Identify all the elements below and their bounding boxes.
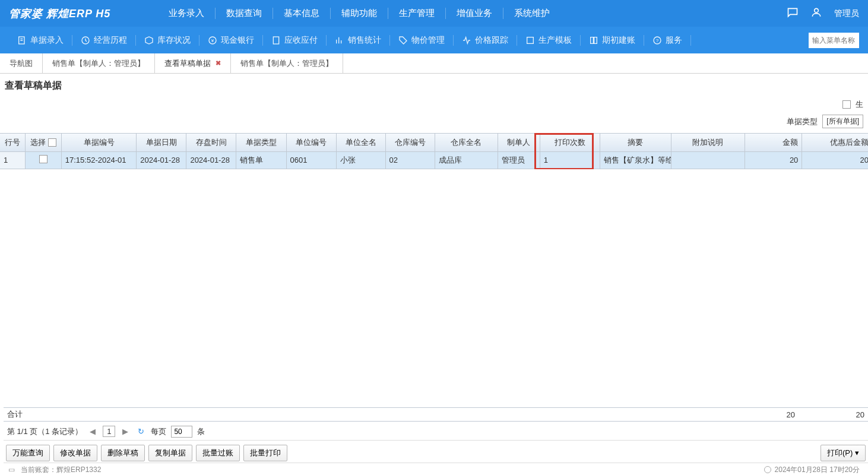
draft-table: 行号 选择 单据编号 单据日期 存盘时间 单据类型 单位编号 单位全名 仓库编号… xyxy=(0,133,868,169)
col-print[interactable]: 打印次数 xyxy=(540,134,600,151)
doc-icon xyxy=(17,36,27,45)
tb-cash[interactable]: ¥现金银行 xyxy=(199,35,263,46)
col-select[interactable]: 选择 xyxy=(26,134,62,151)
col-date[interactable]: 单据日期 xyxy=(137,134,186,151)
money-icon: ¥ xyxy=(208,36,217,45)
col-savedate[interactable]: 存盘时间 xyxy=(186,134,236,151)
tag-icon xyxy=(398,36,408,45)
tb-sales-stat[interactable]: 销售统计 xyxy=(327,35,390,46)
tab-draft-view[interactable]: 查看草稿单据✖ xyxy=(155,53,231,73)
cell-maker: 管理员 xyxy=(498,151,540,169)
svg-rect-6 xyxy=(527,37,534,43)
cell-type: 销售单 xyxy=(236,151,286,169)
tb-opening[interactable]: 期初建账 xyxy=(581,35,644,46)
box-icon xyxy=(144,36,154,45)
tab-nav-map[interactable]: 导航图 xyxy=(0,53,43,73)
cell-unitno: 0601 xyxy=(286,151,336,169)
tb-receivable[interactable]: 应收应付 xyxy=(263,35,327,46)
type-filter-label: 单据类型 xyxy=(787,116,818,127)
nav-basic-info[interactable]: 基本信息 xyxy=(273,8,331,19)
app-logo: 管家婆 辉煌ERP H5 xyxy=(9,7,110,21)
svg-text:¥: ¥ xyxy=(211,37,214,43)
nav-sysmaint[interactable]: 系统维护 xyxy=(503,8,560,19)
cell-print: 1 xyxy=(540,151,600,169)
col-whno[interactable]: 仓库编号 xyxy=(385,134,435,151)
cell-amount: 20 xyxy=(745,151,802,169)
receipt-icon xyxy=(271,36,281,45)
tb-stock[interactable]: 库存状况 xyxy=(136,35,199,46)
tb-history[interactable]: 经营历程 xyxy=(72,35,136,46)
cell-select[interactable] xyxy=(26,151,62,169)
tb-prod-template[interactable]: 生产模板 xyxy=(517,35,581,46)
col-maker[interactable]: 制单人 xyxy=(498,134,540,151)
page-title: 查看草稿单据 xyxy=(0,74,868,97)
col-whname[interactable]: 仓库全名 xyxy=(435,134,498,151)
col-docno[interactable]: 单据编号 xyxy=(61,134,137,151)
cell-date: 2024-01-28 xyxy=(137,151,186,169)
table-header-row: 行号 选择 单据编号 单据日期 存盘时间 单据类型 单位编号 单位全名 仓库编号… xyxy=(0,134,868,151)
filter-row: 生 xyxy=(0,97,868,112)
col-after[interactable]: 优惠后金额 xyxy=(802,134,868,151)
user-label[interactable]: 管理员 xyxy=(834,8,859,19)
tb-price-track[interactable]: 价格跟踪 xyxy=(454,35,517,46)
nav-valueadd[interactable]: 增值业务 xyxy=(446,8,503,19)
type-filter-row: 单据类型 [所有单据] xyxy=(0,112,868,133)
nav-data-query[interactable]: 数据查询 xyxy=(216,8,273,19)
track-icon xyxy=(462,36,471,45)
cell-unitname: 小张 xyxy=(336,151,385,169)
row-checkbox[interactable] xyxy=(39,155,47,163)
tab-sales-2[interactable]: 销售单【制单人：管理员】 xyxy=(231,53,343,73)
cell-note xyxy=(671,151,745,169)
col-unitname[interactable]: 单位全名 xyxy=(336,134,385,151)
filter-label: 生 xyxy=(856,99,863,110)
col-amount[interactable]: 金额 xyxy=(745,134,802,151)
toolbar: 单据录入 经营历程 库存状况 ¥现金银行 应收应付 销售统计 物价管理 价格跟踪… xyxy=(0,27,868,53)
tabs-bar: 导航图 销售单【制单人：管理员】 查看草稿单据✖ 销售单【制单人：管理员】 xyxy=(0,53,868,74)
col-type[interactable]: 单据类型 xyxy=(236,134,286,151)
filter-checkbox[interactable] xyxy=(842,100,851,109)
tb-service[interactable]: ?服务 xyxy=(644,35,691,46)
tb-doc-entry[interactable]: 单据录入 xyxy=(9,35,72,46)
main-nav: 业务录入 数据查询 基本信息 辅助功能 生产管理 增值业务 系统维护 xyxy=(158,8,787,19)
svg-rect-5 xyxy=(273,37,278,44)
cell-rownum: 1 xyxy=(0,151,26,169)
cell-whno: 02 xyxy=(385,151,435,169)
cell-docno: 17:15:52-2024-01 xyxy=(61,151,137,169)
nav-aux[interactable]: 辅助功能 xyxy=(331,8,388,19)
header-right: 管理员 xyxy=(787,7,859,20)
nav-business-entry[interactable]: 业务录入 xyxy=(158,8,216,19)
col-note[interactable]: 附加说明 xyxy=(671,134,745,151)
tb-price[interactable]: 物价管理 xyxy=(390,35,454,46)
svg-text:?: ? xyxy=(656,37,659,43)
svg-point-0 xyxy=(815,8,819,12)
book-icon xyxy=(589,36,598,45)
message-icon[interactable] xyxy=(787,7,799,20)
type-filter-dropdown[interactable]: [所有单据] xyxy=(822,115,863,128)
select-all-checkbox[interactable] xyxy=(48,138,56,147)
col-unitno[interactable]: 单位编号 xyxy=(286,134,336,151)
col-summary[interactable]: 摘要 xyxy=(600,134,671,151)
help-icon: ? xyxy=(652,36,662,45)
cell-summary: 销售【矿泉水】等给 xyxy=(600,151,671,169)
chart-icon xyxy=(335,36,344,45)
close-icon[interactable]: ✖ xyxy=(216,59,221,67)
top-header: 管家婆 辉煌ERP H5 业务录入 数据查询 基本信息 辅助功能 生产管理 增值… xyxy=(0,0,868,27)
menu-search xyxy=(809,33,859,48)
table-row[interactable]: 1 17:15:52-2024-01 2024-01-28 2024-01-28… xyxy=(0,151,868,169)
cell-whname: 成品库 xyxy=(435,151,498,169)
cell-save: 2024-01-28 xyxy=(186,151,236,169)
template-icon xyxy=(525,36,535,45)
tab-sales-1[interactable]: 销售单【制单人：管理员】 xyxy=(43,53,155,73)
col-rownum[interactable]: 行号 xyxy=(0,134,26,151)
nav-production[interactable]: 生产管理 xyxy=(388,8,446,19)
menu-search-input[interactable] xyxy=(809,33,859,48)
history-icon xyxy=(81,36,90,45)
cell-after: 20 xyxy=(802,151,868,169)
user-icon[interactable] xyxy=(810,7,822,20)
